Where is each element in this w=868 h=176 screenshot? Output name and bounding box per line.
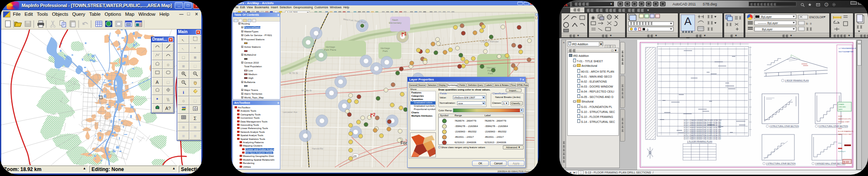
svg-text:Heritage: Heritage: [381, 47, 390, 49]
svg-text:Harmon: Harmon: [487, 66, 495, 69]
svg-text:5 STRUCTURAL STAIR SECTION: 5 STRUCTURAL STAIR SECTION: [819, 125, 848, 127]
svg-text:1 FLOOR FRAMING PLAN: 1 FLOOR FRAMING PLAN: [687, 140, 712, 143]
svg-text:Park: Park: [383, 50, 388, 52]
svg-text:DATE: DATE: [838, 109, 843, 110]
svg-text:Elementary: Elementary: [389, 22, 401, 24]
svg-text:1: 1: [404, 32, 407, 36]
svg-text:?: ?: [826, 3, 827, 6]
svg-text:2: 2: [373, 112, 376, 117]
svg-text:0: 0: [647, 28, 648, 31]
svg-text:misc: misc: [838, 142, 841, 144]
svg-text:Park: Park: [488, 72, 493, 75]
svg-text:NOTE 2: FRAMING MEMBER SPACING: NOTE 2: FRAMING MEMBER SPACING AND DETAI…: [684, 125, 721, 127]
svg-text:NOTE 3: FRAMING MEMBER SPACING: NOTE 3: FRAMING MEMBER SPACING AND DETAI…: [684, 127, 721, 129]
svg-text:Heritage: Heritage: [326, 46, 335, 48]
svg-text:ENCOLOR: ENCOLOR: [809, 16, 824, 19]
svg-text:Field: Field: [487, 69, 493, 72]
svg-text:?: ?: [158, 108, 160, 110]
svg-text:S·· 0: S·· 0: [806, 22, 812, 25]
svg-text:Park Plaza: Park Plaza: [324, 49, 336, 51]
svg-text:SAMSTOCK 3 SHT: SAMSTOCK 3 SHT: [838, 134, 852, 135]
svg-text:NOTE 7: FRAMING MEMBER SPACING: NOTE 7: FRAMING MEMBER SPACING AND DETAI…: [684, 134, 721, 136]
svg-text:Harrold Rd: Harrold Rd: [312, 147, 323, 150]
svg-text:3307700: 3307700: [838, 51, 846, 53]
svg-text:W 7th St: W 7th St: [289, 72, 298, 74]
svg-text:NOTE 6: FRAMING MEMBER SPACING: NOTE 6: FRAMING MEMBER SPACING AND DETAI…: [684, 132, 721, 134]
svg-text:noted: noted: [838, 115, 842, 117]
svg-text:——— ByLayer: ——— ByLayer: [758, 22, 778, 25]
svg-text:sheet: sheet: [838, 128, 842, 130]
svg-text:NOTE 5: FRAMING MEMBER SPACING: NOTE 5: FRAMING MEMBER SPACING AND DETAI…: [684, 131, 721, 132]
svg-text:NOTE 9: FRAMING MEMBER SPACING: NOTE 9: FRAMING MEMBER SPACING AND DETAI…: [684, 138, 721, 140]
svg-text:marking st: marking st: [838, 151, 846, 152]
svg-text:ByLayer: ByLayer: [761, 15, 772, 19]
svg-text:NOTE 1: FRAMING MEMBER SPACING: NOTE 1: FRAMING MEMBER SPACING AND DETAI…: [684, 123, 721, 125]
svg-text:J+T ENGINEERING INC: J+T ENGINEERING INC: [838, 47, 856, 49]
svg-text:1 ROOF FRAMING PLAN: 1 ROOF FRAMING PLAN: [785, 79, 809, 82]
svg-text:DRAWN: DRAWN: [838, 104, 844, 105]
svg-text:SAMSTOCK 3 PG: SAMSTOCK 3 PG: [838, 118, 851, 120]
svg-text:S-13: S-13: [843, 161, 849, 163]
svg-text:DRAFTER: DRAFTER: [845, 51, 853, 53]
svg-text:4 STRUCTURAL STAIR SECTION: 4 STRUCTURAL STAIR SECTION: [769, 125, 799, 127]
svg-text:W 10th St: W 10th St: [302, 89, 312, 92]
svg-text:CHECKED: CHECKED: [838, 106, 846, 108]
svg-text:NOTE 0: FRAMING MEMBER SPACING: NOTE 0: FRAMING MEMBER SPACING AND DETAI…: [684, 122, 721, 123]
svg-text:199: 199: [353, 155, 357, 157]
svg-text:NOTE 4: FRAMING MEMBER SPACING: NOTE 4: FRAMING MEMBER SPACING AND DETAI…: [684, 129, 721, 131]
svg-text:NOTE -1: FRAMING MEMBER SPACIN: NOTE -1: FRAMING MEMBER SPACING AND DETA…: [684, 120, 722, 121]
svg-text:3307000 :3 SHT: 3307000 :3 SHT: [838, 121, 850, 123]
svg-text:Criand P Railroad: Criand P Railroad: [480, 40, 498, 43]
svg-text:FLOOR FRAMING PL: FLOOR FRAMING PL: [838, 131, 853, 132]
svg-text:NOTE 8: FRAMING MEMBER SPACING: NOTE 8: FRAMING MEMBER SPACING AND DETAI…: [684, 137, 721, 138]
svg-text:ByLayer: ByLayer: [762, 28, 773, 31]
svg-text:3 WINGED WALL STAIR SECTION: 3 WINGED WALL STAIR SECTION: [815, 163, 845, 165]
svg-text:Lancaster Ave: Lancaster Ave: [283, 111, 297, 113]
svg-text:Nash: Nash: [392, 19, 398, 21]
svg-text:For: For: [401, 141, 407, 145]
svg-text:2 STRUCTURAL STAIR SECTION: 2 STRUCTURAL STAIR SECTION: [766, 163, 796, 165]
